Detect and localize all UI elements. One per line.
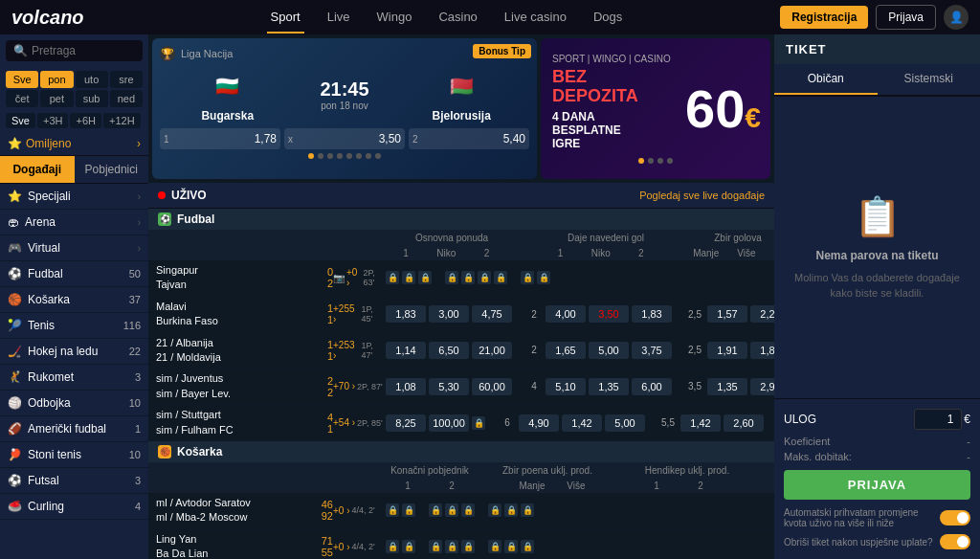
promo-dot-1[interactable]	[638, 158, 644, 164]
odd-button[interactable]: 1,42	[680, 414, 721, 432]
day-pon[interactable]: pon	[40, 71, 73, 88]
uloz-input[interactable]	[914, 409, 962, 430]
toggle-1[interactable]	[940, 510, 970, 525]
omiljeno-item[interactable]: ⭐ Omiljeno ›	[0, 132, 148, 156]
odd-button[interactable]: 60,00	[472, 378, 512, 395]
event-row: MalaviBurkina Faso 11 +255 › 1P, 45' 1,8…	[148, 297, 774, 333]
odd-button[interactable]: 5,10	[546, 378, 586, 395]
nav-sport[interactable]: Sport	[267, 2, 304, 34]
time-12h[interactable]: +12H	[103, 113, 141, 128]
odd-button[interactable]: 1,65	[546, 342, 586, 359]
day-ned[interactable]: ned	[110, 90, 143, 107]
day-sve1[interactable]: Sve	[6, 71, 38, 88]
odd-btn-1[interactable]: 11,78	[160, 128, 280, 149]
odd-button[interactable]: 100,00	[429, 414, 469, 432]
odd-button[interactable]: 1,35	[589, 378, 629, 395]
event-info: sim / Stuttgartsim / Fulham FC	[156, 408, 304, 437]
dot-5[interactable]	[346, 153, 352, 159]
odd-button[interactable]: 1,08	[386, 378, 426, 395]
dot-6[interactable]	[356, 153, 362, 159]
dot-8[interactable]	[375, 153, 381, 159]
odd-button[interactable]: 5,00	[589, 342, 629, 359]
sidebar-item-curling[interactable]: 🥌Curling 4	[0, 494, 148, 520]
odd-button[interactable]: 8,25	[386, 414, 426, 432]
odd-button[interactable]: 1,42	[562, 414, 602, 432]
odd-button[interactable]: 1,83	[632, 305, 672, 323]
odd-button[interactable]: 4,75	[472, 305, 512, 323]
nav-casino[interactable]: Casino	[434, 2, 480, 34]
plus-indicator[interactable]: +0 ›	[346, 267, 362, 288]
search-input[interactable]	[32, 44, 135, 57]
day-pet[interactable]: pet	[40, 90, 73, 107]
dot-2[interactable]	[318, 153, 323, 159]
odd-button[interactable]: 2,90	[750, 378, 774, 395]
nav-dogs[interactable]: Dogs	[590, 2, 626, 34]
sidebar-item-rukomet[interactable]: 🤾Rukomet 3	[0, 365, 148, 391]
odd-button[interactable]: 2,26	[750, 305, 774, 323]
day-sub[interactable]: sub	[76, 90, 108, 107]
sidebar-item-futsal[interactable]: ⚽Futsal 3	[0, 468, 148, 494]
odd-button[interactable]: 21,00	[472, 342, 512, 359]
promo-dot-4[interactable]	[667, 158, 673, 164]
odd-button[interactable]: 1,80	[750, 342, 774, 359]
odd-button[interactable]: 3,00	[429, 305, 469, 323]
odd-button[interactable]: 5,30	[429, 378, 469, 395]
sidebar-item-odbojka[interactable]: 🏐Odbojka 10	[0, 391, 148, 416]
dot-1[interactable]	[308, 153, 314, 159]
odd-btn-x[interactable]: x3,50	[284, 128, 405, 149]
user-avatar[interactable]: 👤	[944, 5, 969, 30]
time-6h[interactable]: +6H	[70, 113, 101, 128]
plus-indicator[interactable]: +70 ›	[333, 381, 355, 391]
dot-4[interactable]	[337, 153, 343, 159]
day-cet[interactable]: čet	[6, 90, 38, 107]
toggle-2[interactable]	[940, 534, 970, 549]
odd-button[interactable]: 6,00	[632, 378, 672, 395]
promo-dot-2[interactable]	[648, 158, 654, 164]
sidebar-item-arena[interactable]: 🏟Arena ›	[0, 210, 148, 235]
odd-button[interactable]: 1,57	[707, 305, 747, 323]
sidebar-item-dogadjaji[interactable]: Događaji	[0, 156, 75, 183]
time-sve[interactable]: Sve	[6, 113, 35, 128]
nav-live[interactable]: Live	[323, 2, 354, 34]
odd-button[interactable]: 4,90	[519, 414, 559, 432]
sidebar-item-kosarka[interactable]: 🏀Košarka 37	[0, 287, 148, 313]
sidebar-item-tenis[interactable]: 🎾Tenis 116	[0, 313, 148, 339]
sidebar-item-specijali[interactable]: ⭐Specijali ›	[0, 184, 148, 210]
odd-button[interactable]: 4,00	[546, 305, 586, 323]
ticket-tab-obican[interactable]: Običan	[774, 64, 878, 95]
odd-button[interactable]: 1,91	[707, 342, 747, 359]
odd-button[interactable]: 1,35	[707, 378, 747, 395]
login-button[interactable]: Prijava	[876, 5, 936, 30]
sidebar-item-hokej[interactable]: 🏒Hokej na ledu 22	[0, 339, 148, 365]
promo-dot-3[interactable]	[657, 158, 663, 164]
odd-button[interactable]: 1,83	[386, 305, 426, 323]
time-3h[interactable]: +3H	[37, 113, 69, 128]
odd-button[interactable]: 6,50	[429, 342, 469, 359]
sidebar-item-fudbal[interactable]: ⚽Fudbal 50	[0, 261, 148, 287]
nav-live-casino[interactable]: Live casino	[501, 2, 570, 34]
dot-3[interactable]	[327, 153, 333, 159]
ticket-tab-sistemski[interactable]: Sistemski	[878, 64, 981, 95]
odd-btn-2[interactable]: 25,40	[409, 128, 529, 149]
view-all-link[interactable]: Pogledaj sve live događaje	[639, 190, 765, 201]
dot-7[interactable]	[366, 153, 371, 159]
odd-button[interactable]: 5,00	[605, 414, 645, 432]
day-uto[interactable]: uto	[76, 71, 108, 88]
odd-button[interactable]: 3,50	[589, 305, 629, 323]
prijava-button[interactable]: PRIJAVA	[784, 470, 970, 500]
sidebar-item-americanfb[interactable]: 🏈Američki fudbal 1	[0, 416, 148, 442]
register-button[interactable]: Registracija	[780, 6, 868, 29]
odd-button[interactable]: 2,60	[724, 414, 764, 432]
plus-indicator[interactable]: +255 ›	[333, 303, 359, 324]
sidebar-item-stoni[interactable]: 🏓Stoni tenis 10	[0, 442, 148, 468]
sidebar-item-virtual[interactable]: 🎮Virtual ›	[0, 235, 148, 261]
odd-button[interactable]: 3,75	[632, 342, 672, 359]
plus-indicator[interactable]: +54 ›	[333, 417, 355, 428]
day-sre[interactable]: sre	[110, 71, 143, 88]
plus-indicator[interactable]: +253 ›	[333, 340, 359, 361]
sidebar-item-pobjednici[interactable]: Pobjednici	[75, 156, 149, 183]
plus-indicator[interactable]: +0 ›	[333, 542, 350, 552]
odd-button[interactable]: 1,14	[386, 342, 426, 359]
nav-wingo[interactable]: Wingo	[373, 2, 416, 34]
plus-indicator[interactable]: +0 ›	[333, 505, 350, 516]
